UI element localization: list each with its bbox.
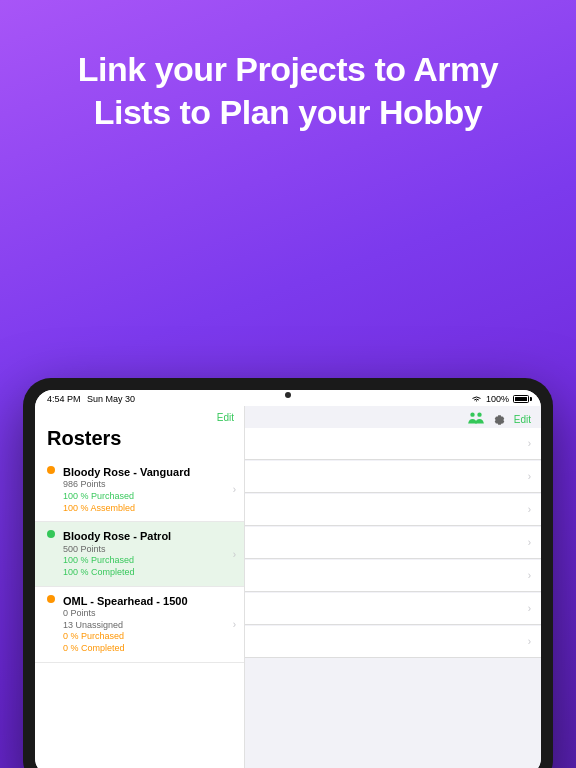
roster-points: 986 Points [63,479,229,491]
roster-info: OML - Spearhead - 1500 0 Points 13 Unass… [63,594,229,655]
right-list-item[interactable]: › [245,626,541,658]
roster-stat1: 100 % Purchased [63,491,229,503]
roster-name: Bloody Rose - Patrol [63,529,229,543]
svg-point-0 [470,412,474,416]
sidebar-header: Edit [35,406,244,425]
camera-dot [285,392,291,398]
roster-sidebar: Edit Rosters Bloody Rose - Vanguard 986 … [35,406,245,768]
right-item-list: › › › › [245,428,541,768]
svg-point-1 [477,412,481,416]
battery-percent: 100% [486,394,509,404]
tablet-frame: 4:54 PM Sun May 30 100% [23,378,553,768]
hero-title: Link your Projects to Army Lists to Plan… [40,48,536,133]
right-edit-button[interactable]: Edit [514,414,531,425]
roster-stat2: 0 % Purchased [63,631,229,643]
right-list-item[interactable]: › [245,560,541,592]
right-list-item[interactable]: › [245,461,541,493]
roster-points: 0 Points [63,608,229,620]
roster-list: Bloody Rose - Vanguard 986 Points 100 % … [35,458,244,768]
content-area: Edit Rosters Bloody Rose - Vanguard 986 … [35,406,541,768]
roster-stat3: 0 % Completed [63,643,229,655]
status-time-date: 4:54 PM Sun May 30 [47,394,135,404]
right-panel-header: Edit [245,406,541,428]
chevron-icon: › [528,603,531,614]
battery-icon [513,395,529,403]
chevron-icon: › [528,471,531,482]
chevron-icon: › [233,549,236,560]
right-list-item[interactable]: › [245,593,541,625]
roster-dot [47,466,55,474]
roster-name: OML - Spearhead - 1500 [63,594,229,608]
army-icon [467,412,485,426]
gear-icon[interactable] [493,413,506,426]
sidebar-edit-button[interactable]: Edit [217,412,234,423]
roster-points: 500 Points [63,544,229,556]
roster-info: Bloody Rose - Vanguard 986 Points 100 % … [63,465,229,514]
hero-section: Link your Projects to Army Lists to Plan… [0,0,576,163]
chevron-icon: › [528,570,531,581]
right-panel: Edit › › › [245,406,541,768]
roster-dot [47,595,55,603]
right-list-item[interactable]: › [245,428,541,460]
wifi-icon [471,395,482,403]
roster-stat1: 13 Unassigned [63,620,229,632]
roster-stat2: 100 % Assembled [63,503,229,515]
chevron-icon: › [233,619,236,630]
chevron-icon: › [528,504,531,515]
chevron-icon: › [528,537,531,548]
chevron-icon: › [528,636,531,647]
chevron-icon: › [233,484,236,495]
roster-dot [47,530,55,538]
roster-info: Bloody Rose - Patrol 500 Points 100 % Pu… [63,529,229,578]
roster-name: Bloody Rose - Vanguard [63,465,229,479]
tablet-screen: 4:54 PM Sun May 30 100% [35,390,541,768]
roster-item[interactable]: Bloody Rose - Patrol 500 Points 100 % Pu… [35,522,244,586]
roster-item[interactable]: Bloody Rose - Vanguard 986 Points 100 % … [35,458,244,522]
rosters-title: Rosters [35,425,244,458]
roster-item[interactable]: OML - Spearhead - 1500 0 Points 13 Unass… [35,587,244,663]
chevron-icon: › [528,438,531,449]
device-mockup: 4:54 PM Sun May 30 100% [23,378,553,768]
roster-stat2: 100 % Completed [63,567,229,579]
roster-stat1: 100 % Purchased [63,555,229,567]
status-right-icons: 100% [471,394,529,404]
right-list-item[interactable]: › [245,494,541,526]
right-list-item[interactable]: › [245,527,541,559]
